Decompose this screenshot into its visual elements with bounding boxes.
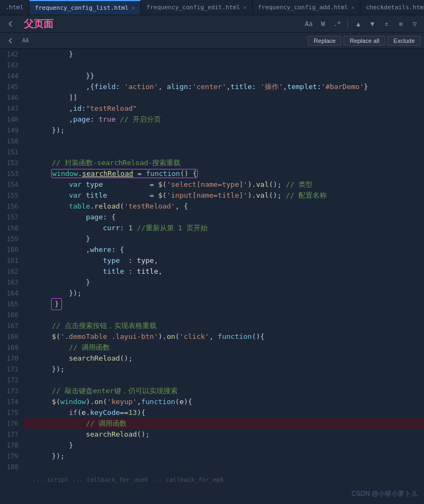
code-line: 155 var title = $('input[name=title]').v…: [0, 190, 424, 201]
code-line: 178 }: [0, 440, 424, 451]
code-line: 167 // 点击搜索按钮，实现表格重载: [0, 320, 424, 331]
code-line: 159 }: [0, 234, 424, 244]
replace-button[interactable]: Replace: [308, 36, 341, 46]
code-line: 179 });: [0, 451, 424, 462]
code-line: 146 ]]: [0, 92, 424, 103]
wrap-icon[interactable]: W: [317, 18, 329, 30]
code-line: 143: [0, 60, 424, 71]
code-line: 162 title : title,: [0, 266, 424, 277]
code-line: 171 });: [0, 364, 424, 375]
tab-close-icon[interactable]: ✕: [351, 4, 354, 10]
format-icon[interactable]: Aa: [303, 18, 315, 30]
tab-close-icon[interactable]: ✕: [132, 5, 135, 11]
search-nav-back-btn[interactable]: [3, 36, 17, 46]
code-line: 163 }: [0, 277, 424, 288]
line-number: 142: [0, 49, 24, 60]
tab-label: frequency_config_edit.html: [146, 4, 240, 11]
code-line: 145 ,{field: 'action', align:'center',ti…: [0, 81, 424, 92]
toolbar-row2: AA Replace Replace all Exclude: [0, 33, 424, 49]
code-line: 144 }}: [0, 71, 424, 81]
code-line: 175 if(e.keyCode==13){: [0, 407, 424, 418]
fold-icon[interactable]: [24, 49, 33, 60]
font-size-icon[interactable]: AA: [20, 35, 32, 47]
code-line: 173 // 敲击键盘enter键，仍可以实现搜索: [0, 386, 424, 396]
code-line: 151: [0, 147, 424, 158]
code-line: 157 page: {: [0, 212, 424, 223]
code-line: 149 });: [0, 125, 424, 136]
replace-all-button[interactable]: Replace all: [344, 36, 385, 46]
up-arrow-icon[interactable]: ▲: [352, 18, 364, 30]
nav-back-btn[interactable]: [3, 19, 17, 29]
tab-checkdetails[interactable]: checkdetails.html: [360, 0, 424, 15]
tab-label: frequency_config_list.html: [35, 4, 128, 11]
code-line: 158 curr: 1 //重新从第 1 页开始: [0, 223, 424, 234]
code-line: 154 var type = $('select[name=type]').va…: [0, 179, 424, 190]
tab-frequency-edit[interactable]: frequency_config_edit.html ✕: [141, 0, 252, 15]
divider: [347, 20, 348, 28]
code-line: 142 }: [0, 49, 424, 60]
tab-html[interactable]: .html: [0, 0, 29, 15]
tab-bar: .html frequency_config_list.html ✕ frequ…: [0, 0, 424, 15]
code-line: 166: [0, 310, 424, 320]
line-code: }: [33, 49, 424, 60]
code-line-highlighted: 176 // 调用函数: [0, 418, 424, 429]
code-line: 148 ,page: true // 开启分页: [0, 114, 424, 125]
code-editor[interactable]: 142 } 143 144 }} 145 ,{field: 'action', …: [0, 49, 424, 504]
code-line: 161 type : type,: [0, 255, 424, 266]
settings-icon[interactable]: .*: [331, 18, 343, 30]
code-line: ... script ... callback_for_use0 ... cal…: [0, 472, 424, 486]
code-line: 177 searchReload();: [0, 429, 424, 440]
code-line: 165 }: [0, 299, 424, 310]
tab-frequency-add[interactable]: frequency_config_add.html ✕: [253, 0, 361, 15]
code-line: 156 table.reload('testReload', {: [0, 201, 424, 212]
code-line: 174 $(window).on('keyup',function(e){: [0, 396, 424, 407]
code-line: 172: [0, 375, 424, 386]
tab-label: .html: [5, 4, 23, 11]
code-line: 160 ,where: {: [0, 244, 424, 255]
code-line: 168 $('.demoTable .layui-btn').on('click…: [0, 331, 424, 342]
toolbar-right-icons: Aa W .* ▲ ▼ ± ≡ ▽: [303, 18, 421, 30]
page-title: 父页面: [24, 17, 301, 30]
code-line: 170 searchReload();: [0, 353, 424, 364]
tab-label: checkdetails.html: [366, 4, 424, 11]
toolbar-row1: 父页面 Aa W .* ▲ ▼ ± ≡ ▽: [0, 15, 424, 33]
align-icon[interactable]: ≡: [395, 18, 407, 30]
tab-frequency-list[interactable]: frequency_config_list.html ✕: [29, 0, 141, 15]
code-line: 153 window.searchReload = function() {: [0, 168, 424, 179]
code-line: 152 // 封装函数-searchReload-搜索重载: [0, 158, 424, 168]
code-line: 180: [0, 462, 424, 472]
exclude-button[interactable]: Exclude: [388, 36, 421, 46]
code-line: 164 });: [0, 288, 424, 299]
watermark: CSDN @小呀小萝卜儿: [351, 489, 417, 499]
code-line: 150: [0, 136, 424, 147]
code-line: 169 // 调用函数: [0, 342, 424, 353]
code-line: 147 ,id:"testReload": [0, 103, 424, 114]
tab-close-icon[interactable]: ✕: [244, 4, 247, 10]
diff-icon[interactable]: ±: [381, 18, 392, 30]
filter-icon[interactable]: ▽: [409, 18, 421, 30]
tab-label: frequency_config_add.html: [258, 4, 348, 11]
down-arrow-icon[interactable]: ▼: [366, 18, 378, 30]
